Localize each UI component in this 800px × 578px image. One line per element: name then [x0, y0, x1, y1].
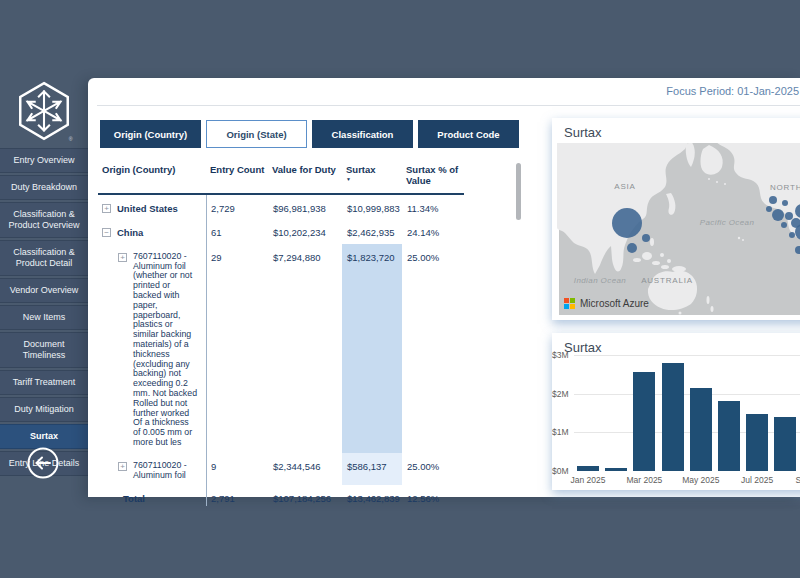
tab-origin-country[interactable]: Origin (Country)	[100, 120, 201, 148]
column-header-surtax-of-value[interactable]: Surtax % of Value	[402, 164, 482, 186]
map-bubble[interactable]	[612, 208, 642, 238]
surtax-pct-cell: 12.56%	[402, 485, 482, 509]
entry-count-cell: 2,729	[206, 195, 268, 219]
bar-apr-2025[interactable]	[662, 363, 684, 471]
map-card-title: Surtax	[552, 118, 800, 144]
map-bubble[interactable]	[766, 206, 772, 212]
x-axis-tick: Sep 2025	[795, 475, 800, 485]
surtax-cell: $13,462,839	[342, 485, 402, 509]
column-header-entry-count[interactable]: Entry Count	[206, 164, 268, 186]
map-label-indian-ocean: Indian Ocean	[574, 276, 627, 285]
surtax-cell: $2,462,935	[342, 219, 402, 243]
table-row-total[interactable]: Total2,791$107,184,256$13,462,83912.56%	[98, 485, 490, 509]
surtax-pct-cell: 25.00%	[402, 453, 482, 486]
map-bubble[interactable]	[782, 200, 788, 206]
map-bubble[interactable]	[785, 212, 793, 220]
tab-product-code[interactable]: Product Code	[418, 120, 519, 148]
table-row-7607110020-aluminu[interactable]: +7607110020 - Aluminum foil (whether or …	[98, 244, 490, 453]
sidebar-item-tariff-treatment[interactable]: Tariff Treatment	[0, 370, 88, 395]
focus-period-label: Focus Period: 01-Jan-2025	[666, 85, 799, 97]
column-header-origin-country[interactable]: Origin (Country)	[98, 164, 206, 186]
map-label-north-america: NORTH AMERICA	[770, 183, 800, 192]
row-label: 7607110020 - Aluminum foil	[133, 461, 202, 481]
tab-classification[interactable]: Classification	[312, 120, 413, 148]
surtax-bar-chart: $0M$1M$2M$3MJan 2025Mar 2025May 2025Jul …	[552, 333, 800, 490]
sidebar-item-classification-product-overview[interactable]: Classification & Product Overview	[0, 202, 88, 238]
surtax-map[interactable]: ASIANORTH AMERICAAUSTRALIAPacific OceanI…	[557, 143, 800, 315]
origin-cell: +7607110020 - Aluminum foil (whether or …	[98, 244, 206, 453]
origin-cell: +United States	[98, 195, 206, 219]
x-axis-tick: Jan 2025	[571, 475, 606, 485]
map-label-australia: AUSTRALIA	[641, 276, 693, 285]
back-arrow-icon	[37, 458, 51, 469]
origin-cell: −China	[98, 219, 206, 243]
origin-cell: +7607110020 - Aluminum foil	[98, 453, 206, 486]
sidebar-item-new-items[interactable]: New Items	[0, 305, 88, 330]
row-label: United States	[117, 203, 182, 214]
value-for-duty-cell: $2,344,546	[268, 453, 342, 486]
y-axis-tick: $1M	[552, 427, 572, 437]
x-axis-tick: Mar 2025	[626, 475, 662, 485]
y-axis-tick: $3M	[552, 350, 572, 360]
table-row-china[interactable]: −China61$10,202,234$2,462,93524.14%	[98, 219, 490, 243]
bar-feb-2025[interactable]	[605, 468, 627, 471]
table-body: +United States2,729$96,981,938$10,999,88…	[98, 195, 490, 510]
x-axis-tick: Jul 2025	[741, 475, 773, 485]
map-label-pacific-ocean: Pacific Ocean	[700, 218, 755, 227]
map-bubble[interactable]	[642, 234, 650, 242]
map-bubble[interactable]	[627, 243, 637, 253]
value-for-duty-cell: $7,294,880	[268, 244, 342, 453]
bar-jul-2025[interactable]	[746, 414, 768, 471]
collapse-icon[interactable]: −	[102, 228, 111, 237]
back-button[interactable]	[26, 446, 60, 480]
map-bubble[interactable]	[789, 232, 795, 238]
value-for-duty-cell: $96,981,938	[268, 195, 342, 219]
expand-icon[interactable]: +	[118, 253, 127, 262]
sidebar-nav: Entry OverviewDuty BreakdownClassificati…	[0, 148, 88, 478]
value-for-duty-cell: $10,202,234	[268, 219, 342, 243]
sidebar-item-document-timeliness[interactable]: Document Timeliness	[0, 332, 88, 368]
sidebar-item-duty-mitigation[interactable]: Duty Mitigation	[0, 397, 88, 422]
table-row-7607110020-aluminu[interactable]: +7607110020 - Aluminum foil9$2,344,546$5…	[98, 453, 490, 486]
y-axis-tick: $0M	[552, 466, 572, 476]
surtax-pct-cell: 24.14%	[402, 219, 482, 243]
expand-icon[interactable]: +	[102, 204, 111, 213]
bar-may-2025[interactable]	[690, 388, 712, 471]
surtax-map-card: Surtax	[552, 118, 800, 320]
app-root: ® Entry OverviewDuty BreakdownClassifica…	[0, 0, 800, 578]
column-header-value-for-duty[interactable]: Value for Duty	[268, 164, 342, 186]
sidebar-item-classification-product-detail[interactable]: Classification & Product Detail	[0, 240, 88, 276]
x-axis-tick: May 2025	[682, 475, 719, 485]
gridline	[574, 355, 800, 356]
expand-icon[interactable]: +	[118, 462, 127, 471]
origin-table: Origin (Country)Entry CountValue for Dut…	[98, 164, 490, 510]
bar-jan-2025[interactable]	[577, 466, 599, 471]
sidebar-item-vendor-overview[interactable]: Vendor Overview	[0, 278, 88, 303]
bar-jun-2025[interactable]	[718, 401, 740, 471]
bar-mar-2025[interactable]	[633, 372, 655, 471]
surtax-cell: $1,823,720	[342, 244, 402, 453]
sidebar-item-duty-breakdown[interactable]: Duty Breakdown	[0, 175, 88, 200]
main-panel: Focus Period: 01-Jan-2025 Origin (Countr…	[88, 78, 800, 497]
sort-descending-icon: ▼	[346, 177, 402, 182]
map-label-asia: ASIA	[614, 182, 635, 191]
app-logo-icon: ®	[14, 80, 74, 148]
svg-text:®: ®	[69, 136, 73, 142]
table-scrollbar[interactable]	[516, 163, 521, 220]
y-axis-tick: $2M	[552, 389, 572, 399]
sidebar-item-entry-overview[interactable]: Entry Overview	[0, 148, 88, 173]
tab-origin-state[interactable]: Origin (State)	[206, 120, 307, 148]
panel-header: Focus Period: 01-Jan-2025	[88, 78, 800, 105]
row-label: China	[117, 227, 147, 238]
entry-count-cell: 29	[206, 244, 268, 453]
column-header-surtax[interactable]: Surtax▼	[342, 164, 402, 186]
bar-aug-2025[interactable]	[774, 417, 796, 471]
value-for-duty-cell: $107,184,256	[268, 485, 342, 509]
map-bubble[interactable]	[772, 209, 784, 221]
map-bubble[interactable]	[769, 196, 777, 204]
entry-count-cell: 61	[206, 219, 268, 243]
surtax-cell: $10,999,883	[342, 195, 402, 219]
table-row-united-states[interactable]: +United States2,729$96,981,938$10,999,88…	[98, 195, 490, 219]
entry-count-cell: 9	[206, 453, 268, 486]
map-bubble[interactable]	[781, 222, 787, 228]
